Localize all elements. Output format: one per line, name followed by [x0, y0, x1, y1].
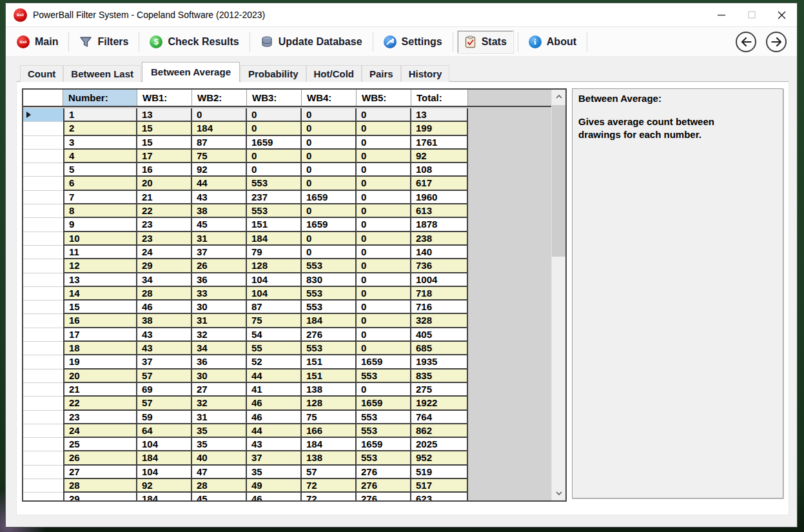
grid-cell[interactable]: 0: [302, 136, 357, 150]
grid-cell[interactable]: 151: [302, 369, 357, 383]
grid-cell[interactable]: 140: [411, 246, 468, 259]
grid-cell[interactable]: 276: [357, 479, 411, 493]
grid-cell[interactable]: 276: [357, 493, 411, 500]
column-header-wb3[interactable]: WB3:: [247, 90, 302, 106]
settings-button[interactable]: Settings: [378, 32, 448, 52]
grid-cell[interactable]: 33: [192, 287, 247, 300]
grid-cell[interactable]: 275: [411, 383, 468, 397]
grid-cell[interactable]: 1659: [247, 136, 302, 150]
grid-cell[interactable]: 44: [247, 424, 302, 438]
grid-cell[interactable]: 37: [192, 246, 247, 259]
grid-row[interactable]: 163831751840328: [23, 314, 551, 328]
grid-cell[interactable]: 11: [63, 246, 137, 259]
grid-row[interactable]: 10233118400238: [23, 232, 551, 246]
grid-cell[interactable]: 1659: [357, 355, 411, 369]
filters-button[interactable]: Filters: [74, 32, 134, 52]
grid-cell[interactable]: 24: [63, 424, 137, 438]
grid-cell[interactable]: 79: [247, 246, 302, 259]
grid-cell[interactable]: 64: [137, 424, 192, 438]
grid-cell[interactable]: 45: [192, 493, 247, 500]
grid-cell[interactable]: 613: [411, 204, 468, 218]
grid-cell[interactable]: 553: [247, 204, 302, 218]
scrollbar-thumb[interactable]: [552, 105, 565, 257]
grid-cell[interactable]: 184: [192, 122, 247, 135]
grid-cell[interactable]: 32: [192, 328, 247, 342]
grid-cell[interactable]: 92: [192, 163, 247, 177]
grid-row[interactable]: 2257324612816591922: [23, 397, 551, 410]
grid-cell[interactable]: 0: [357, 314, 411, 328]
grid-cell[interactable]: 17: [137, 150, 192, 163]
grid-cell[interactable]: 14: [63, 287, 137, 300]
grid-row[interactable]: 216927411380275: [23, 383, 551, 397]
grid-cell[interactable]: 15: [63, 300, 137, 314]
grid-cell[interactable]: 22: [137, 204, 192, 218]
grid-cell[interactable]: 35: [192, 438, 247, 451]
grid-cell[interactable]: 5: [63, 163, 137, 177]
grid-row[interactable]: 2359314675553764: [23, 411, 551, 424]
grid-cell[interactable]: 104: [137, 466, 192, 479]
row-selector[interactable]: [23, 259, 63, 273]
grid-cell[interactable]: 20: [137, 177, 192, 190]
grid-row[interactable]: 2892284972276517: [23, 479, 551, 493]
grid-cell[interactable]: 0: [357, 191, 411, 204]
grid-cell[interactable]: 20: [63, 369, 137, 383]
grid-cell[interactable]: 2025: [411, 438, 468, 451]
grid-cell[interactable]: 44: [192, 177, 247, 190]
row-selector[interactable]: [23, 369, 63, 383]
grid-row[interactable]: 215184000199: [23, 122, 551, 135]
grid-cell[interactable]: 0: [357, 232, 411, 246]
grid-cell[interactable]: 1659: [302, 191, 357, 204]
row-selector[interactable]: [23, 150, 63, 163]
row-selector[interactable]: [23, 438, 63, 451]
grid-cell[interactable]: 716: [411, 300, 468, 314]
grid-cell[interactable]: 151: [302, 355, 357, 369]
grid-cell[interactable]: 764: [411, 411, 468, 424]
row-selector[interactable]: [23, 342, 63, 355]
check-results-button[interactable]: $ Check Results: [144, 32, 244, 52]
grid-cell[interactable]: 276: [357, 466, 411, 479]
grid-cell[interactable]: 1004: [411, 273, 468, 287]
grid-row[interactable]: 315871659001761: [23, 136, 551, 150]
grid-cell[interactable]: 59: [137, 411, 192, 424]
grid-row[interactable]: 113000013: [23, 108, 551, 122]
main-button[interactable]: Ball Main: [11, 32, 64, 52]
grid-row[interactable]: 72143237165901960: [23, 191, 551, 204]
grid-cell[interactable]: 23: [137, 232, 192, 246]
grid-row[interactable]: 1937365215116591935: [23, 355, 551, 369]
grid-cell[interactable]: 0: [357, 300, 411, 314]
tab-history[interactable]: History: [401, 65, 450, 82]
grid-cell[interactable]: 1: [63, 108, 137, 122]
grid-cell[interactable]: 75: [247, 314, 302, 328]
tab-probability[interactable]: Probability: [240, 65, 306, 82]
grid-cell[interactable]: 92: [137, 479, 192, 493]
grid-cell[interactable]: 952: [411, 451, 468, 465]
grid-cell[interactable]: 28: [137, 287, 192, 300]
grid-cell[interactable]: 0: [357, 204, 411, 218]
grid-cell[interactable]: 0: [357, 122, 411, 135]
stats-button[interactable]: Stats: [458, 31, 513, 53]
tab-count[interactable]: Count: [20, 65, 63, 82]
grid-row[interactable]: 20573044151553835: [23, 369, 551, 383]
grid-cell[interactable]: 128: [247, 259, 302, 273]
grid-row[interactable]: 1229261285530736: [23, 259, 551, 273]
grid-cell[interactable]: 27: [192, 383, 247, 397]
grid-row[interactable]: 27104473557276519: [23, 466, 551, 479]
grid-cell[interactable]: 57: [137, 369, 192, 383]
grid-cell[interactable]: 57: [137, 397, 192, 410]
column-header-wb1[interactable]: WB1:: [137, 90, 192, 106]
grid-cell[interactable]: 0: [357, 259, 411, 273]
scroll-up-button[interactable]: [552, 90, 565, 104]
row-selector[interactable]: [23, 300, 63, 314]
grid-row[interactable]: 4177500092: [23, 150, 551, 163]
grid-cell[interactable]: 47: [192, 466, 247, 479]
grid-cell[interactable]: 0: [302, 177, 357, 190]
grid-cell[interactable]: 553: [357, 369, 411, 383]
grid-cell[interactable]: 1659: [357, 438, 411, 451]
row-selector[interactable]: [23, 163, 63, 177]
grid-cell[interactable]: 31: [192, 411, 247, 424]
grid-cell[interactable]: 43: [247, 438, 302, 451]
grid-cell[interactable]: 0: [302, 232, 357, 246]
grid-cell[interactable]: 736: [411, 259, 468, 273]
grid-cell[interactable]: 0: [302, 122, 357, 135]
grid-cell[interactable]: 0: [357, 383, 411, 397]
